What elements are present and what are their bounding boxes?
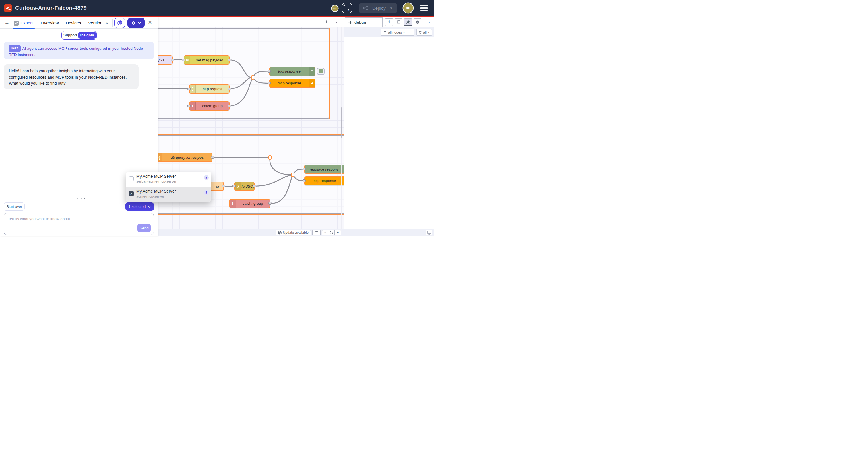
port[interactable] [228,105,231,107]
send-button[interactable]: Send [137,224,151,232]
server-option-selected[interactable]: ✓ My Acme MCP Server acme-mcp-server 5 [126,187,211,202]
port[interactable] [303,179,306,182]
panel-resize-handle-horizontal[interactable] [77,198,85,199]
flow-tab-strip[interactable]: + ▾ [158,17,344,27]
debug-enable-toggle[interactable] [317,68,324,75]
assistant-settings-button[interactable] [127,18,145,28]
canvas-scrollbar[interactable] [341,27,342,229]
port[interactable] [268,70,271,72]
header-accent-line [0,17,434,17]
main-menu-icon[interactable] [420,5,428,11]
wire-junction[interactable] [251,75,254,80]
port[interactable] [211,156,214,159]
toggle-insights[interactable]: Insights [79,32,96,39]
sidebar-options-caret-icon[interactable]: ▾ [428,20,430,24]
beta-banner: BETAAI agent can access MCP server tools… [4,42,154,59]
help-tab-button[interactable] [395,19,402,26]
checkbox-checked[interactable]: ✓ [129,191,134,196]
port[interactable] [232,185,236,187]
port[interactable] [268,82,271,84]
start-over-button[interactable]: Start over [4,202,25,211]
usage-pie-button[interactable] [114,18,125,28]
mcp-server-tools-link[interactable]: MCP server tools [58,46,88,51]
json-doc-icon: {} [235,182,241,190]
deploy-options-caret-icon[interactable]: ▾ [391,6,392,10]
wire-junction[interactable] [268,155,272,159]
tab-debug[interactable]: debug [345,17,383,27]
tab-expert[interactable]: Expert [20,20,33,25]
wire [254,79,268,83]
tab-overview[interactable]: Overview [41,20,59,25]
flow-canvas[interactable]: every 2s set msg.payload http request ! … [158,17,344,236]
node-db-query[interactable]: { db query for recipes [158,153,212,162]
tab-devices[interactable]: Devices [66,20,81,25]
wire [270,159,291,175]
node-change[interactable]: set msg.payload [184,55,229,65]
node-resource-response[interactable]: resource respons [304,165,344,174]
toggle-support[interactable]: Support [62,33,79,37]
port[interactable] [228,88,231,90]
wire [229,60,251,78]
close-icon[interactable]: × [148,19,152,26]
debug-filter-button[interactable]: all nodes ▾ [381,29,414,36]
add-flow-button[interactable]: + [325,19,328,25]
deploy-button[interactable]: Deploy ▾ [360,3,397,13]
node-catch[interactable]: ! catch: group [189,101,229,111]
panel-resize-handle[interactable] [156,106,156,113]
collaborator-avatar[interactable]: su [332,5,338,11]
trash-icon [419,30,422,34]
mcp-server-dropdown: My Acme MCP Server serban-acme-mcp-serve… [126,172,211,202]
port[interactable] [303,168,306,170]
debug-sidebar-icon [309,67,315,76]
port[interactable] [187,105,191,107]
node-catch-2[interactable]: ! catch: group [229,199,270,208]
info-icon: i [389,20,390,24]
ai-assistant-icon[interactable]: AI [342,3,352,13]
map-icon [315,231,318,234]
console-monitor-button[interactable] [426,230,432,235]
node-http-request[interactable]: http request [189,84,229,94]
tab-version[interactable]: Version [88,20,102,25]
port[interactable] [253,185,256,187]
checkbox-unchecked[interactable] [129,176,134,181]
info-tab-button[interactable]: i [385,19,393,26]
pie-chart-icon [117,20,123,26]
settings-tab-button[interactable] [414,19,422,26]
chevron-down-icon [138,22,141,24]
deploy-nodes-icon [363,6,368,10]
node-mcp-response-2[interactable]: mcp response [304,176,344,185]
minimap-button[interactable] [312,230,321,235]
node-debug-tool-response[interactable]: tool response [269,67,315,76]
node-inject[interactable]: every 2s [158,55,173,65]
port[interactable] [187,88,191,90]
user-avatar[interactable]: su [403,3,413,13]
zoom-in-button[interactable]: + [335,230,341,235]
zoom-reset-button[interactable] [329,230,335,235]
sidebar-tab-bar: debug i ▾ [344,17,434,27]
scrollbar-thumb[interactable] [341,107,342,138]
port[interactable] [268,202,272,205]
server-select-button[interactable]: 1 selected [125,202,154,211]
node-to-json[interactable]: {} To JSON [234,182,255,191]
back-arrow-icon[interactable]: ← [5,20,9,26]
zoom-out-button[interactable]: − [322,230,329,235]
prompt-input[interactable] [4,213,154,235]
update-available-button[interactable]: Update available [276,230,311,235]
port[interactable] [228,59,231,61]
tab-overflow-chevrons[interactable]: » [106,20,108,25]
exclamation-icon: ! [190,102,196,110]
debug-tab-button[interactable] [404,19,412,26]
debug-sidebar: debug i ▾ all nodes ▾ all ▾ [344,17,434,236]
node-mcp-response[interactable]: mcp response [269,79,315,88]
port[interactable] [182,59,185,61]
tool-count-badge: 5 [204,190,209,195]
port[interactable] [222,185,225,187]
flowfuse-logo-icon[interactable] [4,4,12,12]
active-tab-underline [12,28,35,29]
wire-junction[interactable] [291,173,294,177]
server-option[interactable]: My Acme MCP Server serban-acme-mcp-serve… [126,172,211,187]
debug-clear-button[interactable]: all ▾ [416,29,432,36]
port[interactable] [171,59,174,61]
flow-list-caret-icon[interactable]: ▾ [336,20,337,24]
gear-icon [131,21,136,25]
